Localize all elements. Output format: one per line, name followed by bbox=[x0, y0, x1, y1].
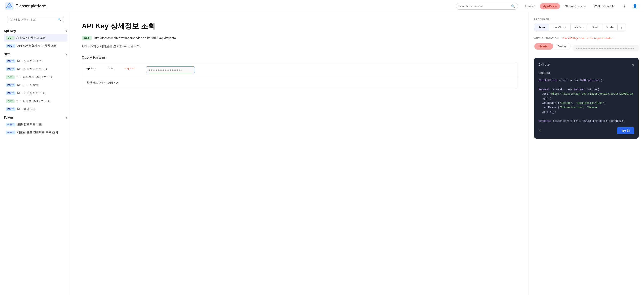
lang-tabs: Java JavaScript Python Shell Node ⋮ bbox=[534, 23, 626, 31]
auth-tabs: Header Bearer bbox=[534, 43, 571, 50]
sidebar-section-api-key: Api Key ∨ GET API Key 상세정보 조회 POST API K… bbox=[0, 27, 71, 50]
sidebar-item-label: NFT 컨트랙트 상세정보 조회 bbox=[16, 75, 53, 79]
lang-more-button[interactable]: ⋮ bbox=[618, 23, 626, 31]
copy-button[interactable]: ⧉ bbox=[538, 128, 543, 134]
logo-icon bbox=[5, 2, 13, 10]
sidebar-item-label: NFT 컨트랙트 목록 조회 bbox=[17, 67, 48, 71]
sidebar-item-nft-item-list[interactable]: POST NFT 아이템 목록 조회 bbox=[4, 89, 67, 97]
sidebar-item-nft-withdraw[interactable]: POST NFT 출금 신청 bbox=[4, 105, 67, 113]
sidebar-section-api-key-label: Api Key bbox=[4, 29, 16, 33]
chevron-down-icon: ∨ bbox=[65, 116, 67, 119]
sidebar-item-api-key-detail[interactable]: GET API Key 상세정보 조회 bbox=[4, 34, 67, 42]
nav-global-console[interactable]: Global Console bbox=[562, 3, 589, 9]
search-input[interactable] bbox=[459, 4, 509, 8]
try-it-button[interactable]: Try it! bbox=[617, 127, 634, 134]
auth-tab-bearer[interactable]: Bearer bbox=[553, 43, 570, 50]
user-menu-button[interactable]: 👤 bbox=[631, 2, 639, 10]
param-desc: 확인하고자 하는 API Key bbox=[86, 81, 513, 85]
sidebar-item-label: 토큰 컨트랙트 배포 bbox=[17, 122, 42, 126]
sidebar-item-label: NFT 아이템 목록 조회 bbox=[17, 91, 45, 95]
lang-tab-java[interactable]: Java bbox=[534, 24, 549, 31]
auth-tab-header[interactable]: Header bbox=[534, 43, 553, 50]
auth-header: AUTHENTICATION Your API Key is sent in t… bbox=[534, 37, 639, 40]
sidebar-section-nft: NFT ∨ POST NFT 컨트랙트 배포 POST NFT 컨트랙트 목록 … bbox=[0, 50, 71, 113]
sidebar-item-token-contract-list[interactable]: POST 배포한 토큰 컨트랙트 목록 조회 bbox=[4, 128, 67, 136]
nav-tutorial[interactable]: Tutorial bbox=[522, 3, 538, 9]
sidebar-search-icon: 🔍 bbox=[58, 18, 61, 21]
query-params-label: Query Params bbox=[82, 56, 518, 60]
param-type: String bbox=[108, 66, 121, 70]
code-block-header: OkHttp ∨ bbox=[538, 62, 634, 68]
sidebar-item-nft-contract-list[interactable]: POST NFT 컨트랙트 목록 조회 bbox=[4, 65, 67, 73]
code-lines: OkHttpClient client = new OkHttpClient()… bbox=[538, 78, 634, 124]
method-badge-post: POST bbox=[6, 107, 15, 111]
method-badge-get: GET bbox=[6, 75, 15, 79]
lang-tab-node[interactable]: Node bbox=[602, 24, 618, 31]
params-table: apiKey String required 확인하고자 하는 API Key bbox=[82, 63, 518, 88]
chevron-down-icon: ∨ bbox=[65, 52, 67, 56]
code-dropdown-button[interactable]: ∨ bbox=[632, 63, 634, 67]
params-row-header: apiKey String required bbox=[82, 63, 518, 77]
nav-api-docs[interactable]: Api-Docs bbox=[540, 3, 560, 9]
method-badge-post: POST bbox=[6, 83, 15, 87]
api-description: API Key의 상세정보를 조회할 수 있습니다. bbox=[82, 44, 518, 48]
method-badge-post: POST bbox=[6, 91, 15, 95]
sidebar-section-token-header[interactable]: Token ∨ bbox=[4, 113, 67, 120]
code-block-title: OkHttp bbox=[538, 62, 550, 68]
right-panel: LANGUAGE Java JavaScript Python Shell No… bbox=[528, 12, 644, 295]
sidebar-section-token: Token ∨ POST 토큰 컨트랙트 배포 POST 배포한 토큰 컨트랙트… bbox=[0, 113, 71, 136]
sidebar-search-box[interactable]: 🔍 bbox=[7, 16, 64, 23]
method-badge-post: POST bbox=[6, 130, 15, 134]
theme-toggle-button[interactable]: ☀ bbox=[621, 2, 628, 10]
sidebar-item-nft-item-mint[interactable]: POST NFT 아이템 발행 bbox=[4, 81, 67, 89]
endpoint-method-badge: GET bbox=[82, 36, 92, 40]
sidebar-item-label: 배포한 토큰 컨트랙트 목록 조회 bbox=[17, 130, 58, 134]
endpoint-row: GET http://fassetchain-dev.fingerservice… bbox=[82, 36, 518, 40]
sidebar-item-nft-contract-detail[interactable]: GET NFT 컨트랙트 상세정보 조회 bbox=[4, 73, 67, 81]
param-key: apiKey bbox=[86, 66, 104, 70]
sidebar-section-token-label: Token bbox=[4, 116, 13, 119]
sidebar: 🔍 Api Key ∨ GET API Key 상세정보 조회 POST API… bbox=[0, 12, 71, 295]
layout: 🔍 Api Key ∨ GET API Key 상세정보 조회 POST API… bbox=[0, 12, 644, 295]
app-title: F-asset platform bbox=[16, 4, 47, 8]
method-badge-get: GET bbox=[6, 99, 15, 103]
sidebar-section-nft-label: NFT bbox=[4, 52, 10, 56]
code-block: OkHttp ∨ Request OkHttpClient client = n… bbox=[534, 58, 639, 138]
lang-tab-shell[interactable]: Shell bbox=[588, 24, 602, 31]
chevron-down-icon: ∨ bbox=[65, 29, 67, 33]
page-title: API Key 상세정보 조회 bbox=[82, 21, 518, 31]
lang-label: LANGUAGE bbox=[534, 18, 639, 20]
param-api-key-input[interactable] bbox=[146, 66, 195, 73]
sidebar-item-label: API Key 호출가능 IP 목록 조회 bbox=[17, 44, 56, 48]
search-box[interactable]: 🔍 bbox=[456, 3, 518, 10]
lang-tab-javascript[interactable]: JavaScript bbox=[549, 24, 571, 31]
method-badge-get: GET bbox=[6, 36, 15, 40]
auth-bearer-value: ●●●●●●●●●●●●●●●●●●●●●●●●●●●●●●●●●●●● bbox=[574, 45, 639, 51]
sidebar-item-token-deploy[interactable]: POST 토큰 컨트랙트 배포 bbox=[4, 120, 67, 128]
sidebar-item-nft-item-detail[interactable]: GET NFT 아이템 상세정보 조회 bbox=[4, 97, 67, 105]
auth-label: AUTHENTICATION bbox=[534, 37, 559, 40]
sidebar-search-input[interactable] bbox=[10, 18, 56, 21]
lang-tab-python[interactable]: Python bbox=[571, 24, 588, 31]
endpoint-url: http://fassetchain-dev.fingerservice.co.… bbox=[94, 36, 176, 40]
main-content: API Key 상세정보 조회 GET http://fassetchain-d… bbox=[71, 12, 528, 295]
logo-area: F-asset platform bbox=[5, 2, 47, 10]
sidebar-item-label: NFT 출금 신청 bbox=[17, 107, 36, 111]
nav-wallet-console[interactable]: Wallet Console bbox=[591, 3, 618, 9]
sidebar-item-label: NFT 컨트랙트 배포 bbox=[17, 59, 42, 63]
nav-links: Tutorial Api-Docs Global Console Wallet … bbox=[522, 3, 618, 9]
auth-section: AUTHENTICATION Your API Key is sent in t… bbox=[534, 37, 639, 53]
sidebar-section-api-key-header[interactable]: Api Key ∨ bbox=[4, 27, 67, 34]
method-badge-post: POST bbox=[6, 122, 15, 126]
sidebar-section-nft-header[interactable]: NFT ∨ bbox=[4, 50, 67, 57]
param-required: required bbox=[124, 66, 142, 70]
auth-message: Your API Key is sent in the request head… bbox=[562, 37, 613, 40]
sidebar-search-section: 🔍 bbox=[0, 16, 71, 23]
sidebar-item-label: API Key 상세정보 조회 bbox=[16, 36, 46, 40]
sidebar-item-api-key-ip-list[interactable]: POST API Key 호출가능 IP 목록 조회 bbox=[4, 42, 67, 50]
code-section-label: Request bbox=[538, 71, 634, 76]
method-badge-post: POST bbox=[6, 44, 15, 48]
params-row-desc: 확인하고자 하는 API Key bbox=[82, 77, 518, 88]
topnav: F-asset platform 🔍 Tutorial Api-Docs Glo… bbox=[0, 0, 644, 12]
sidebar-item-nft-deploy[interactable]: POST NFT 컨트랙트 배포 bbox=[4, 57, 67, 65]
